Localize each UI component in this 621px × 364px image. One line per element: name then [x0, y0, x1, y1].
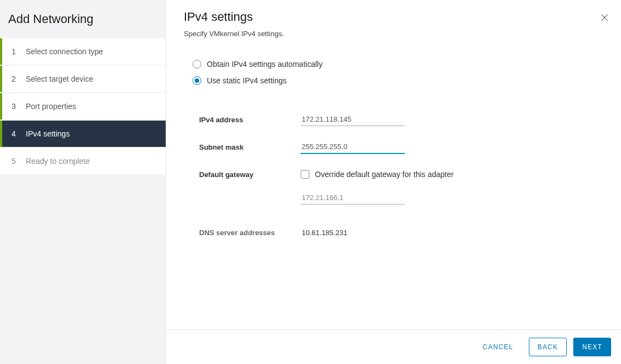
ipv4-address-input[interactable]: [301, 113, 405, 126]
step-ready-complete: 5 Ready to complete: [0, 148, 166, 174]
main-panel: IPv4 settings Specify VMkernel IPv4 sett…: [166, 0, 621, 364]
row-subnet-mask: Subnet mask: [199, 133, 603, 161]
radio-icon: [193, 76, 201, 85]
main-header: IPv4 settings Specify VMkernel IPv4 sett…: [166, 0, 621, 43]
row-default-gateway: Default gateway Override default gateway…: [199, 161, 603, 188]
page-subtitle: Specify VMkernel IPv4 settings.: [184, 30, 603, 38]
step-label: Select connection type: [26, 47, 103, 56]
wizard-sidebar: Add Networking 1 Select connection type …: [0, 0, 166, 364]
step-number: 5: [12, 157, 19, 166]
close-icon: [600, 13, 609, 22]
row-gateway-value: [199, 188, 603, 219]
static-fields: IPv4 address Subnet mask Default gateway…: [193, 106, 603, 246]
ip-mode-radio-group: Obtain IPv4 settings automatically Use s…: [193, 60, 603, 85]
subnet-mask-label: Subnet mask: [199, 143, 301, 151]
radio-label: Use static IPv4 settings: [207, 76, 287, 85]
cancel-button[interactable]: CANCEL: [474, 338, 522, 356]
step-label: IPv4 settings: [26, 129, 70, 138]
step-connection-type[interactable]: 1 Select connection type: [0, 38, 166, 65]
close-button[interactable]: [600, 13, 611, 24]
step-label: Select target device: [26, 75, 93, 83]
step-number: 2: [12, 75, 19, 83]
wizard-footer: CANCEL BACK NEXT: [166, 329, 621, 364]
step-number: 1: [12, 47, 19, 56]
dns-label: DNS server addresses: [199, 229, 301, 237]
step-port-properties[interactable]: 3 Port properties: [0, 93, 166, 120]
step-number: 3: [12, 102, 19, 111]
next-button[interactable]: NEXT: [573, 338, 611, 356]
gateway-value-input: [301, 191, 405, 204]
step-label: Port properties: [26, 102, 76, 111]
override-gateway-control: Override default gateway for this adapte…: [301, 170, 454, 179]
override-gateway-checkbox[interactable]: [301, 170, 309, 179]
step-ipv4-settings[interactable]: 4 IPv4 settings: [0, 121, 166, 147]
row-ipv4-address: IPv4 address: [199, 106, 603, 133]
radio-use-static[interactable]: Use static IPv4 settings: [193, 76, 603, 85]
row-dns: DNS server addresses 10.61.185.231: [199, 219, 603, 246]
radio-obtain-auto[interactable]: Obtain IPv4 settings automatically: [193, 60, 603, 69]
page-title: IPv4 settings: [184, 10, 603, 24]
wizard-title: Add Networking: [0, 0, 166, 38]
dns-value: 10.61.185.231: [301, 226, 348, 239]
radio-label: Obtain IPv4 settings automatically: [207, 60, 323, 69]
ipv4-address-label: IPv4 address: [199, 116, 301, 124]
step-target-device[interactable]: 2 Select target device: [0, 66, 166, 92]
subnet-mask-input[interactable]: [301, 140, 405, 154]
step-label: Ready to complete: [26, 157, 90, 166]
form-area: Obtain IPv4 settings automatically Use s…: [166, 43, 621, 252]
override-gateway-label: Override default gateway for this adapte…: [315, 170, 454, 179]
back-button[interactable]: BACK: [529, 338, 567, 356]
wizard-steps: 1 Select connection type 2 Select target…: [0, 38, 166, 175]
default-gateway-label: Default gateway: [199, 170, 301, 179]
step-number: 4: [12, 129, 19, 138]
radio-icon: [193, 60, 201, 69]
